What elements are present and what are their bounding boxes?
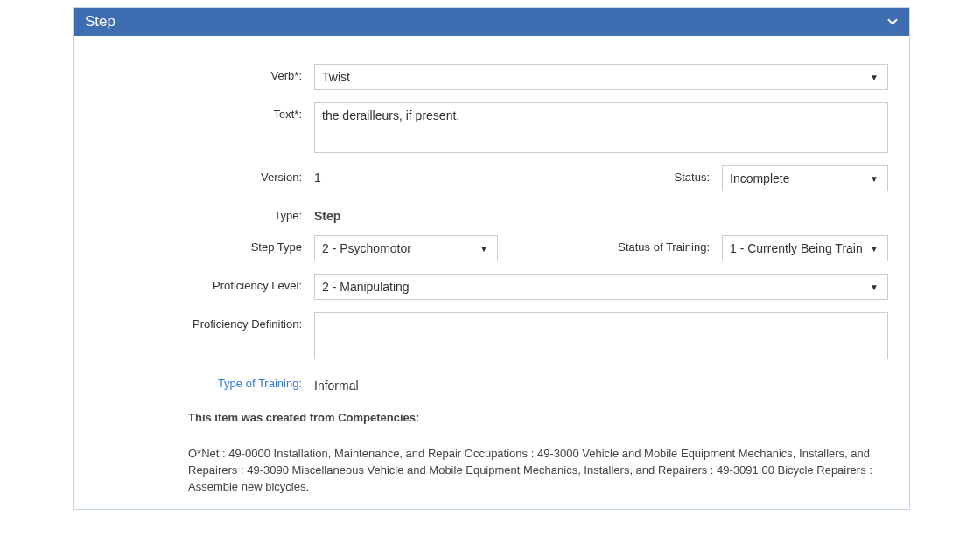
proficiency-level-value: 2 - Manipulating (322, 280, 410, 294)
step-panel: Step Verb*: Twist ▼ Text*: (74, 7, 910, 510)
dropdown-icon: ▼ (870, 282, 878, 292)
version-value: 1 (314, 165, 321, 191)
label-type-of-training[interactable]: Type of Training: (95, 372, 314, 390)
status-training-value: 1 - Currently Being Trained (730, 241, 863, 255)
label-verb: Verb*: (95, 64, 314, 82)
label-type: Type: (95, 204, 314, 222)
text-textarea[interactable]: the derailleurs, if present. (314, 102, 888, 153)
dropdown-icon: ▼ (870, 244, 878, 254)
dropdown-icon: ▼ (480, 244, 488, 254)
panel-header[interactable]: Step (74, 8, 909, 36)
notes-heading: This item was created from Competencies: (188, 410, 888, 427)
label-status-training: Status of Training: (573, 235, 722, 261)
notes-body: O*Net : 49-0000 Installation, Maintenanc… (188, 446, 888, 496)
dropdown-icon: ▼ (870, 73, 878, 82)
panel-title: Step (85, 13, 116, 31)
status-training-select[interactable]: 1 - Currently Being Trained ▼ (722, 235, 888, 261)
step-type-value: 2 - Psychomotor (322, 241, 411, 255)
label-version: Version: (95, 165, 314, 184)
step-type-select[interactable]: 2 - Psychomotor ▼ (314, 235, 498, 261)
label-text: Text*: (95, 102, 314, 121)
label-proficiency-level: Proficiency Level: (95, 274, 314, 292)
text-value: the derailleurs, if present. (322, 108, 459, 122)
proficiency-definition-textarea[interactable] (314, 312, 888, 359)
type-of-training-value: Informal (314, 372, 359, 393)
label-proficiency-definition: Proficiency Definition: (95, 312, 314, 331)
verb-select[interactable]: Twist ▼ (314, 64, 888, 90)
status-value: Incomplete (730, 171, 789, 185)
chevron-down-icon (885, 14, 900, 30)
status-select[interactable]: Incomplete ▼ (722, 165, 888, 191)
label-status: Status: (599, 165, 722, 191)
competency-notes: This item was created from Competencies:… (95, 405, 888, 495)
type-value: Step (314, 204, 340, 223)
verb-value: Twist (322, 70, 350, 84)
dropdown-icon: ▼ (870, 174, 878, 184)
panel-body: Verb*: Twist ▼ Text*: the derailleurs, i… (74, 36, 909, 509)
proficiency-level-select[interactable]: 2 - Manipulating ▼ (314, 274, 888, 300)
label-step-type: Step Type (95, 235, 314, 254)
